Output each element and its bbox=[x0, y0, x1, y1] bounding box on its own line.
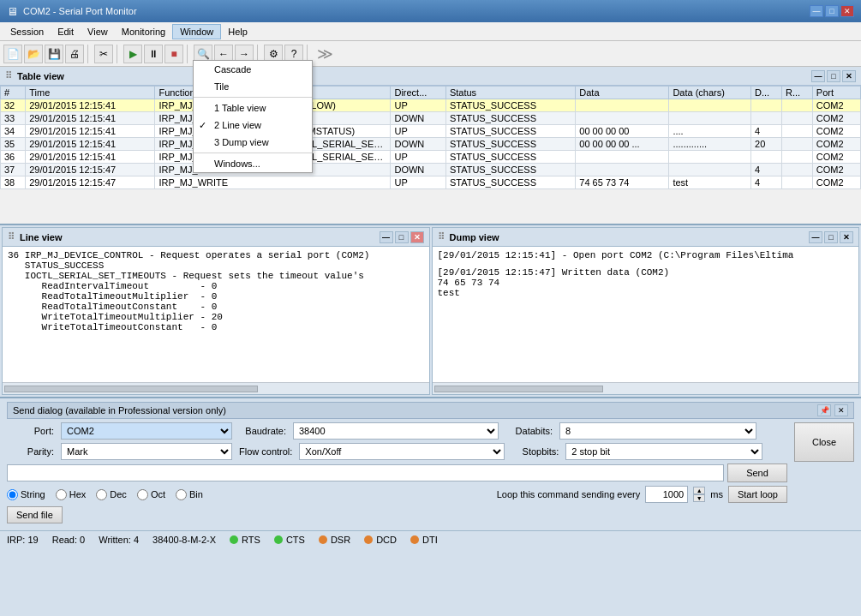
menu-edit[interactable]: Edit bbox=[51, 25, 81, 39]
dump-line-2: [29/01/2015 12:15:47] Written data (COM2… bbox=[438, 267, 854, 278]
port-select[interactable]: COM2 bbox=[61, 422, 232, 440]
format-oct[interactable]: Oct bbox=[137, 489, 165, 500]
table-row[interactable]: 3229/01/2015 12:15:41IRP_MJ_DE (SERIAL_S… bbox=[1, 99, 861, 112]
loop-value-input[interactable] bbox=[645, 486, 688, 503]
line-scroll-thumb[interactable] bbox=[4, 386, 258, 392]
line-minimize-button[interactable]: — bbox=[380, 231, 393, 243]
new-button[interactable]: 📄 bbox=[3, 45, 22, 63]
print-button[interactable]: 🖨 bbox=[65, 45, 84, 63]
send-dialog-header: Send dialog (available in Professional v… bbox=[7, 402, 854, 419]
status-written: Written: 4 bbox=[99, 535, 139, 545]
send-pin-button[interactable]: 📌 bbox=[817, 404, 831, 416]
close-button[interactable]: Close bbox=[794, 422, 854, 462]
parity-select[interactable]: Mark bbox=[61, 443, 232, 460]
table-row[interactable]: 3329/01/2015 12:15:41IRP_MJ_DEDOWNSTATUS… bbox=[1, 112, 861, 125]
menu-dump-view[interactable]: 3 Dump view bbox=[194, 134, 312, 151]
open-button[interactable]: 📂 bbox=[24, 45, 43, 63]
table-cell: STATUS_SUCCESS bbox=[445, 164, 575, 176]
table-cell: STATUS_SUCCESS bbox=[445, 176, 575, 189]
send-close-header-button[interactable]: ✕ bbox=[834, 404, 848, 416]
line-close-button[interactable]: ✕ bbox=[410, 231, 424, 243]
maximize-button[interactable]: □ bbox=[825, 5, 839, 17]
table-cell: UP bbox=[391, 176, 446, 189]
table-row[interactable]: 3629/01/2015 12:15:41IRP_MJ_DEVICE_CONTR… bbox=[1, 151, 861, 164]
send-form-fields: Port: COM2 Baudrate: 38400 Databits: 8 P… bbox=[7, 422, 787, 527]
rts-label: RTS bbox=[242, 535, 260, 545]
table-cell: 29/01/2015 12:15:41 bbox=[26, 125, 155, 138]
cut-button[interactable]: ✂ bbox=[94, 45, 113, 63]
menu-help[interactable]: Help bbox=[221, 25, 254, 39]
table-cell: UP bbox=[391, 99, 446, 112]
menu-separator-2 bbox=[194, 153, 312, 153]
line-restore-button[interactable]: □ bbox=[395, 231, 409, 243]
stop-button[interactable]: ■ bbox=[164, 45, 183, 63]
dump-minimize-button[interactable]: — bbox=[809, 231, 822, 243]
line-view-scrollbar[interactable] bbox=[3, 382, 429, 394]
menu-table-view[interactable]: 1 Table view bbox=[194, 99, 312, 117]
table-wrapper[interactable]: # Time Function Direct... Status Data Da… bbox=[0, 86, 861, 223]
table-cell bbox=[576, 164, 669, 176]
format-hex[interactable]: Hex bbox=[56, 489, 87, 500]
table-close-button[interactable]: ✕ bbox=[842, 70, 856, 82]
window-controls: — □ ✕ bbox=[810, 5, 854, 17]
table-body: 3229/01/2015 12:15:41IRP_MJ_DE (SERIAL_S… bbox=[1, 99, 861, 189]
dump-close-button[interactable]: ✕ bbox=[840, 231, 853, 243]
play-button[interactable]: ▶ bbox=[123, 45, 142, 63]
save-button[interactable]: 💾 bbox=[45, 45, 63, 63]
databits-select[interactable]: 8 bbox=[559, 422, 756, 440]
dcd-indicator: DCD bbox=[364, 535, 397, 545]
loop-down-button[interactable]: ▼ bbox=[693, 494, 705, 502]
col-r: R... bbox=[781, 87, 812, 99]
table-row[interactable]: 3729/01/2015 12:15:47IRP_MJ_WRITEDOWNSTA… bbox=[1, 164, 861, 176]
send-dialog-title: Send dialog (available in Professional v… bbox=[13, 405, 226, 416]
menu-tile[interactable]: Tile bbox=[194, 78, 312, 95]
dump-view-content[interactable]: [29/01/2015 12:15:41] - Open port COM2 (… bbox=[433, 247, 859, 382]
table-row[interactable]: 3429/01/2015 12:15:41IRP_MJ_DE (SERIAL_G… bbox=[1, 125, 861, 138]
dump-restore-button[interactable]: □ bbox=[824, 231, 838, 243]
menu-window[interactable]: Window bbox=[172, 24, 221, 39]
format-dec[interactable]: Dec bbox=[96, 489, 127, 500]
flowcontrol-select[interactable]: Xon/Xoff bbox=[299, 443, 505, 460]
table-cell: 29/01/2015 12:15:47 bbox=[26, 176, 155, 189]
minimize-button[interactable]: — bbox=[810, 5, 823, 17]
send-file-button[interactable]: Send file bbox=[7, 506, 63, 523]
send-button[interactable]: Send bbox=[727, 463, 787, 482]
table-restore-button[interactable]: □ bbox=[827, 70, 840, 82]
menubar: Session Edit View Monitoring Window Help bbox=[0, 22, 861, 41]
table-row[interactable]: 3529/01/2015 12:15:41IRP_MJ_DEVICE_CONTR… bbox=[1, 138, 861, 151]
table-cell: COM2 bbox=[812, 164, 860, 176]
close-button[interactable]: ✕ bbox=[840, 5, 854, 17]
dump-view-scrollbar[interactable] bbox=[433, 382, 859, 394]
table-cell: COM2 bbox=[812, 176, 860, 189]
start-loop-button[interactable]: Start loop bbox=[728, 486, 787, 503]
table-cell bbox=[781, 125, 812, 138]
col-data: Data bbox=[576, 87, 669, 99]
dump-scroll-thumb[interactable] bbox=[434, 386, 603, 392]
menu-line-view[interactable]: 2 Line view bbox=[194, 117, 312, 134]
table-cell: test bbox=[669, 176, 751, 189]
table-cell: STATUS_SUCCESS bbox=[445, 138, 575, 151]
format-bin[interactable]: Bin bbox=[176, 489, 203, 500]
titlebar: 🖥 COM2 - Serial Port Monitor — □ ✕ bbox=[0, 0, 861, 22]
dump-line-1: [29/01/2015 12:15:41] - Open port COM2 (… bbox=[438, 250, 854, 260]
send-text-row: Send bbox=[7, 463, 787, 482]
table-cell: 36 bbox=[1, 151, 26, 164]
menu-windows[interactable]: Windows... bbox=[194, 155, 312, 172]
menu-view[interactable]: View bbox=[81, 25, 115, 39]
pause-button[interactable]: ⏸ bbox=[144, 45, 163, 63]
table-minimize-button[interactable]: — bbox=[811, 70, 825, 82]
stopbits-select[interactable]: 2 stop bit bbox=[565, 443, 762, 460]
separator-2 bbox=[117, 45, 120, 63]
loop-up-button[interactable]: ▲ bbox=[693, 487, 705, 494]
dump-view-header: ⠿ Dump view — □ ✕ bbox=[433, 228, 859, 247]
table-row[interactable]: 3829/01/2015 12:15:47IRP_MJ_WRITEUPSTATU… bbox=[1, 176, 861, 189]
line-view-content[interactable]: 36 IRP_MJ_DEVICE_CONTROL - Request opera… bbox=[3, 247, 429, 382]
table-cell: COM2 bbox=[812, 112, 860, 125]
menu-monitoring[interactable]: Monitoring bbox=[115, 25, 172, 39]
menu-cascade[interactable]: Cascade bbox=[194, 61, 312, 78]
table-view-title: Table view bbox=[17, 71, 64, 81]
format-string[interactable]: String bbox=[7, 489, 45, 500]
baudrate-select[interactable]: 38400 bbox=[293, 422, 499, 440]
menu-session[interactable]: Session bbox=[3, 25, 51, 39]
send-text-input[interactable] bbox=[7, 464, 724, 481]
